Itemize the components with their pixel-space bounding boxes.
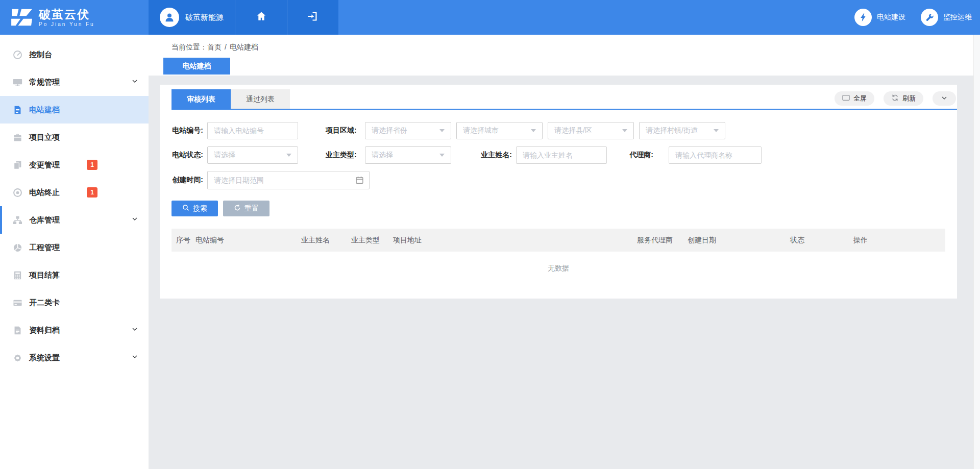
record-icon	[13, 188, 22, 198]
tenant-name: 破茧新能源	[185, 13, 224, 22]
user-avatar-icon	[160, 8, 179, 27]
breadcrumb-current: 电站建档	[230, 43, 258, 51]
col-service-agent: 服务代理商	[637, 229, 673, 252]
calendar-icon[interactable]	[355, 176, 364, 186]
logo-title: 破茧云伏	[39, 8, 95, 20]
reset-button[interactable]: 重置	[223, 201, 270, 216]
fullscreen-button[interactable]: 全屏	[835, 91, 874, 106]
create-time-label: 创建时间:	[172, 176, 207, 185]
province-select[interactable]: 请选择省份	[365, 122, 451, 139]
region-label: 项目区域:	[326, 126, 360, 135]
app-header: 破茧云伏 Po Jian Yun Fu 破茧新能源	[0, 0, 980, 35]
nav-label: 电站建设	[877, 13, 905, 22]
panel-card: 审核列表 通过列表 全屏 刷新	[160, 85, 957, 299]
filter-form: 电站编号: 项目区域: 请选择省份 请选择城市 请选择县/区	[172, 122, 945, 189]
nav-monitoring[interactable]: 监控运维	[921, 9, 972, 26]
brand-logo[interactable]: 破茧云伏 Po Jian Yun Fu	[0, 0, 149, 35]
search-icon	[182, 204, 189, 213]
filter-row-2: 电站状态: 请选择 业主类型: 请选择 业主姓名: 代理商:	[172, 146, 945, 164]
logo-icon	[10, 8, 34, 27]
briefcase-icon	[13, 133, 22, 142]
tab-approved-list[interactable]: 通过列表	[231, 89, 290, 109]
col-owner-type: 业主类型	[351, 229, 380, 252]
col-owner-name: 业主姓名	[301, 229, 330, 252]
chevron-down-icon	[131, 215, 138, 225]
header-apps: 电站建设 监控运维	[854, 0, 980, 35]
panel-toolbar: 全屏 刷新	[835, 91, 956, 106]
owner-name-label: 业主姓名:	[476, 151, 516, 160]
col-status: 状态	[790, 229, 804, 252]
sidebar-item-station-filing[interactable]: 电站建档	[0, 96, 149, 124]
nav-station-construction[interactable]: 电站建设	[854, 9, 905, 26]
sidebar-item-warehouse-mgmt[interactable]: 仓库管理	[0, 206, 149, 234]
copy-icon	[13, 160, 22, 170]
card-icon	[13, 298, 22, 308]
archive-icon	[13, 326, 22, 335]
village-select[interactable]: 请选择村镇/街道	[639, 122, 725, 139]
sidebar-item-general-mgmt[interactable]: 常规管理	[0, 68, 149, 96]
chevron-down-icon	[941, 94, 948, 103]
breadcrumb-prefix: 当前位置：	[172, 43, 207, 51]
chevron-down-icon	[131, 353, 138, 362]
city-select[interactable]: 请选择城市	[456, 122, 543, 139]
table-header: 序号 电站编号 业主姓名 业主类型 项目地址 服务代理商 创建日期 状态 操作	[172, 229, 945, 252]
col-project-address: 项目地址	[393, 229, 422, 252]
app-root: 破茧云伏 Po Jian Yun Fu 破茧新能源	[0, 0, 980, 469]
caret-down-icon	[439, 154, 445, 157]
vertical-scrollbar[interactable]	[973, 35, 980, 469]
caret-down-icon	[714, 129, 719, 132]
col-station-no: 电站编号	[195, 229, 224, 252]
agent-label: 代理商:	[628, 151, 657, 160]
sidebar-item-project-initiation[interactable]: 项目立项	[0, 124, 149, 151]
sidebar-item-data-archive[interactable]: 资料归档	[0, 316, 149, 344]
notification-badge: 1	[87, 160, 97, 170]
document-icon	[13, 105, 22, 115]
owner-type-select[interactable]: 请选择	[365, 146, 451, 164]
sidebar-item-open-class2-card[interactable]: 开二类卡	[0, 289, 149, 316]
caret-down-icon	[531, 129, 536, 132]
lightning-icon	[854, 9, 872, 26]
calculator-icon	[13, 270, 22, 280]
sidebar-item-station-termination[interactable]: 电站终止 1	[0, 179, 149, 206]
station-no-label: 电站编号:	[172, 126, 207, 135]
agent-input[interactable]	[669, 146, 762, 164]
piechart-icon	[13, 243, 22, 253]
header-nav: 破茧新能源	[149, 0, 338, 35]
dashboard-icon	[13, 50, 22, 60]
search-button[interactable]: 搜索	[172, 201, 218, 216]
breadcrumb-separator: /	[225, 43, 227, 51]
owner-name-input[interactable]	[516, 146, 607, 164]
collapse-button[interactable]	[933, 91, 956, 106]
sidebar-item-project-settlement[interactable]: 项目结算	[0, 261, 149, 289]
sidebar-item-system-settings[interactable]: 系统设置	[0, 344, 149, 372]
county-select[interactable]: 请选择县/区	[548, 122, 634, 139]
sidebar-item-change-mgmt[interactable]: 变更管理 1	[0, 151, 149, 179]
panel-tabs: 审核列表 通过列表 全屏 刷新	[172, 85, 957, 110]
nav-label: 监控运维	[943, 13, 972, 22]
logo-subtitle: Po Jian Yun Fu	[39, 21, 95, 27]
sidebar-item-engineering-mgmt[interactable]: 工程管理	[0, 234, 149, 261]
caret-down-icon	[286, 154, 291, 157]
current-tenant[interactable]: 破茧新能源	[149, 0, 235, 35]
filter-row-1: 电站编号: 项目区域: 请选择省份 请选择城市 请选择县/区	[172, 122, 945, 139]
col-actions: 操作	[853, 229, 868, 252]
reset-icon	[234, 204, 241, 213]
date-range-input[interactable]	[207, 171, 370, 189]
breadcrumb-home[interactable]: 首页	[207, 43, 222, 51]
filter-actions: 搜索 重置	[172, 201, 957, 216]
home-icon	[256, 11, 267, 24]
logout-button[interactable]	[287, 0, 338, 35]
page-tab-station-filing[interactable]: 电站建档	[163, 58, 230, 75]
station-no-input[interactable]	[207, 122, 298, 139]
station-status-select[interactable]: 请选择	[207, 146, 298, 164]
tab-review-list[interactable]: 审核列表	[172, 89, 231, 109]
gear-icon	[13, 353, 22, 363]
home-button[interactable]	[235, 0, 287, 35]
owner-type-label: 业主类型:	[326, 151, 360, 160]
content-area: 审核列表 通过列表 全屏 刷新	[149, 76, 980, 428]
refresh-button[interactable]: 刷新	[884, 91, 923, 106]
sidebar-item-console[interactable]: 控制台	[0, 41, 149, 68]
fullscreen-icon	[842, 94, 850, 103]
date-range-field	[207, 171, 370, 189]
chevron-down-icon	[131, 78, 138, 87]
